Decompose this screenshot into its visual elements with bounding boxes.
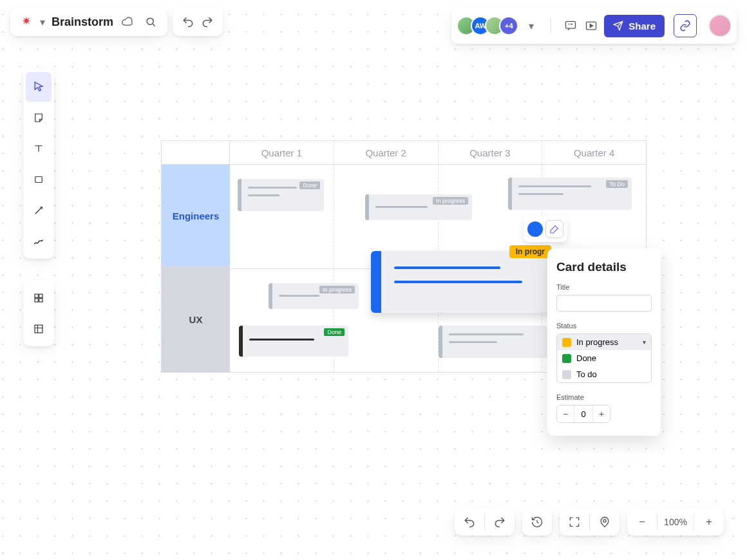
text-line-icon [394,281,522,283]
color-swatch-icon[interactable] [527,221,543,237]
sticky-note-tool[interactable] [26,103,52,133]
status-label: Status [556,322,652,330]
col-header-q3: Quarter 3 [439,141,543,164]
svg-rect-1 [566,21,576,28]
location-button[interactable] [590,509,619,536]
status-option-label: To do [576,369,597,379]
status-badge: In progress [319,286,355,294]
history-button[interactable] [522,509,552,536]
text-line-icon [249,339,314,341]
estimate-label: Estimate [556,393,652,401]
draw-tool[interactable] [26,227,52,256]
cloud-status-icon[interactable] [120,14,135,30]
title-input[interactable] [556,295,652,312]
text-line-icon [449,333,524,335]
zoom-in-button[interactable]: + [694,509,724,536]
edit-card-button[interactable] [545,220,563,238]
text-line-icon [394,266,500,269]
history-panel [173,8,223,36]
share-button[interactable]: Share [604,15,665,37]
text-line-icon [518,193,563,195]
apps-tool[interactable] [26,283,52,313]
estimate-decrement[interactable]: − [557,406,574,422]
col-header-q2: Quarter 2 [334,141,439,164]
redo-button[interactable] [200,14,215,30]
text-line-icon [449,341,497,343]
presence-menu-caret-icon[interactable]: ▾ [524,18,539,33]
status-option-done[interactable]: Done [557,350,651,366]
card-eng-q1[interactable]: Done [238,179,324,211]
svg-rect-6 [35,299,38,302]
copy-link-button[interactable] [674,14,697,37]
title-label: Title [556,283,652,291]
text-line-icon [375,206,428,208]
status-option-todo[interactable]: To do [557,366,651,382]
grid-header: Quarter 1 Quarter 2 Quarter 3 Quarter 4 [162,141,646,164]
estimate-value: 0 [574,406,593,422]
col-header-q4: Quarter 4 [542,141,646,164]
brand-menu-caret-icon[interactable]: ▾ [40,16,45,28]
card-ux-q1[interactable]: In progress [269,283,359,309]
brand-panel: ▾ Brainstorm [10,8,167,36]
profile-avatar[interactable] [708,14,732,37]
status-badge: In progr [509,245,551,258]
status-option-label: In progress [576,337,618,347]
row-header-ux: UX [162,266,230,372]
line-tool[interactable] [26,196,52,225]
text-line-icon [518,185,591,187]
status-badge: Done [324,328,345,336]
svg-rect-3 [35,177,43,183]
col-header-q1: Quarter 1 [230,141,334,164]
card-accent [371,251,381,313]
select-tool[interactable] [26,72,52,102]
card-ux-q3[interactable] [439,326,562,358]
zoom-value[interactable]: 100% [657,517,694,527]
nav-back-button[interactable] [455,509,484,536]
zoom-out-button[interactable]: − [627,509,657,536]
card-eng-q2[interactable]: In progress [365,194,472,220]
text-line-icon [248,187,297,189]
swatch-icon [562,338,571,347]
estimate-stepper: − 0 + [556,405,610,423]
app-logo-icon[interactable] [19,15,33,29]
status-select[interactable]: In progress Done To do [556,333,652,383]
swatch-icon [562,370,571,379]
svg-point-9 [603,519,606,522]
comments-icon[interactable] [563,18,578,33]
nav-forward-button[interactable] [485,509,515,536]
text-line-icon [248,194,279,196]
card-eng-q3[interactable]: To Do [508,178,632,210]
undo-button[interactable] [180,14,196,30]
details-heading: Card details [556,260,652,274]
shape-tool[interactable] [26,165,52,194]
text-line-icon [279,295,319,297]
svg-rect-5 [39,294,43,297]
fit-screen-button[interactable] [560,509,589,536]
svg-rect-4 [35,294,38,297]
tools-panel [23,70,54,259]
card-ux-done[interactable]: Done [239,326,348,357]
status-option-in-progress[interactable]: In progress [557,334,651,350]
share-button-label: Share [629,21,656,32]
presence-avatars[interactable]: AW +4 [457,16,518,35]
svg-rect-8 [35,325,43,333]
tools-panel-2 [23,281,54,346]
avatar-more[interactable]: +4 [499,16,518,35]
search-icon[interactable] [143,14,158,30]
swatch-icon [562,354,571,363]
status-badge: To Do [606,180,628,188]
frame-tool[interactable] [26,314,52,344]
row-header-engineers: Engineers [162,165,230,266]
svg-rect-7 [39,299,43,302]
text-tool[interactable] [26,134,52,163]
estimate-increment[interactable]: + [593,406,610,422]
separator [551,18,551,33]
status-badge: In progress [433,197,468,205]
card-details-panel: Card details Title Status In progress Do… [547,248,661,436]
board-title[interactable]: Brainstorm [52,15,113,29]
present-icon[interactable] [583,18,599,33]
collab-panel: AW +4 ▾ Share [451,8,737,44]
grid-corner [162,141,230,164]
svg-point-0 [147,18,153,24]
status-badge: Done [299,182,320,189]
